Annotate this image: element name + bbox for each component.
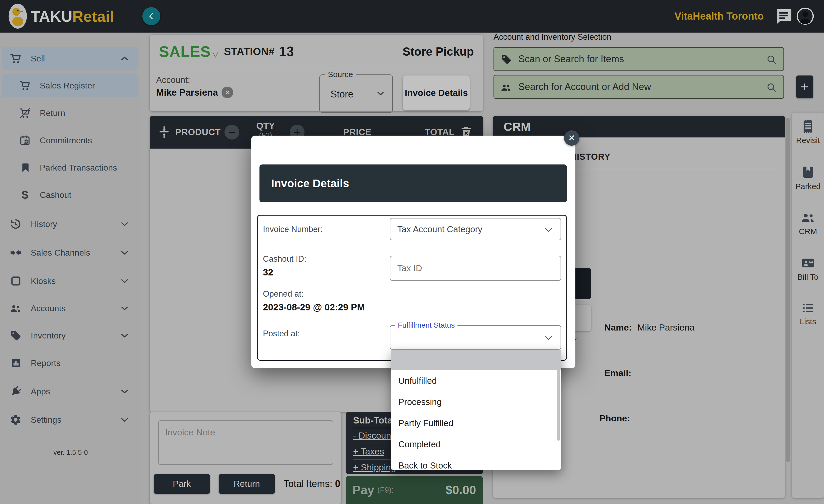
sidebar-item-apps[interactable]: Apps <box>0 380 141 403</box>
store-name: VitaHealth Toronto <box>675 0 763 32</box>
station-label: STATION# <box>224 46 275 57</box>
crm-email-label: Email: <box>604 368 631 378</box>
dialog-header: Invoice Details <box>260 164 567 202</box>
sidebar-item-return[interactable]: Return <box>0 102 141 125</box>
station-number: 13 <box>279 44 294 59</box>
sidebar-item-reports[interactable]: Reports <box>0 352 141 375</box>
source-select[interactable]: Source Store <box>319 75 393 113</box>
sidebar-item-sales-channels[interactable]: Sales Channels <box>0 241 141 264</box>
discount-link[interactable]: - Discount <box>353 430 394 441</box>
option-blank[interactable] <box>391 350 561 370</box>
posted-at-label: Posted at: <box>263 329 300 339</box>
chevron-down-icon <box>543 333 554 343</box>
sidebar-item-label: Settings <box>31 415 62 425</box>
sales-menu[interactable]: SALES ▽ <box>159 35 218 68</box>
tax-account-category-select[interactable]: Tax Account Category <box>390 218 561 240</box>
order-mode: Store Pickup <box>403 35 474 68</box>
sidebar-item-commitments[interactable]: Commitments <box>0 129 141 152</box>
sidebar-item-label: Reports <box>31 358 61 368</box>
toolbar-item-label: Bill To <box>798 272 818 281</box>
toolbar-item-label: Lists <box>800 317 816 326</box>
opened-at-label: Opened at: <box>263 289 303 299</box>
tag-icon <box>500 53 512 65</box>
dropdown-scrollbar[interactable] <box>557 353 560 441</box>
collapse-sidebar-button[interactable] <box>142 7 160 25</box>
sidebar-item-label: Kiosks <box>31 276 56 286</box>
dialog-close-button[interactable]: ✕ <box>564 130 579 146</box>
sidebar-item-sales-register[interactable]: Sales Register <box>0 74 141 97</box>
crm-scrollbar[interactable] <box>786 118 790 462</box>
taxes-link[interactable]: + Taxes <box>353 446 384 457</box>
invoice-note-textarea[interactable] <box>158 420 333 465</box>
qty-label: QTY <box>248 121 283 131</box>
chevron-down-icon <box>376 89 385 98</box>
sidebar-item-sell[interactable]: Sell <box>0 47 141 70</box>
dollar-icon: $ <box>22 188 28 202</box>
sidebar-item-accounts[interactable]: Accounts <box>0 297 141 320</box>
option-unfulfilled[interactable]: Unfulfilled <box>391 370 561 391</box>
sales-title: SALES <box>159 43 211 60</box>
qty-decrement-button[interactable]: − <box>224 125 239 140</box>
item-search-input[interactable] <box>518 48 752 71</box>
account-name: Mike Parsiena <box>156 87 218 98</box>
return-button[interactable]: Return <box>219 474 275 494</box>
option-processing[interactable]: Processing <box>391 391 561 413</box>
option-back-to-stock[interactable]: Back to Stock <box>391 455 561 470</box>
sidebar-item-parked-transactions[interactable]: Parked Transactions <box>0 156 141 179</box>
brand-retail: Retail <box>72 7 114 25</box>
total-items-value: 0 <box>335 478 340 489</box>
parked-icon <box>801 164 816 180</box>
account-label: Account: <box>156 75 190 85</box>
search-icon <box>766 82 777 93</box>
sidebar-item-label: Commitments <box>40 136 92 145</box>
add-account-button[interactable]: + <box>796 76 813 98</box>
pay-hotkey: (F9): <box>378 486 394 494</box>
fulfillment-status-label: Fulfillment Status <box>395 321 457 330</box>
toolbar-item-crm[interactable]: CRM <box>792 210 824 236</box>
station-info: STATION# 13 <box>224 35 294 68</box>
sidebar-item-kiosks[interactable]: Kiosks <box>0 269 141 293</box>
source-value: Store <box>330 89 353 100</box>
sidebar-item-label: Accounts <box>31 303 66 313</box>
toolbar-item-lists[interactable]: Lists <box>792 301 824 326</box>
shipping-link[interactable]: + Shipping <box>353 462 396 473</box>
remove-account-button[interactable]: ✕ <box>222 87 233 98</box>
calendar-refresh-icon <box>19 135 31 146</box>
pay-button[interactable]: Pay (F9): $0.00 <box>345 476 483 504</box>
account-search-input[interactable] <box>518 76 752 98</box>
option-completed[interactable]: Completed <box>391 434 561 455</box>
sidebar-item-label: Return <box>40 108 65 118</box>
chevron-down-icon <box>543 225 554 235</box>
bar-chart-icon <box>10 357 22 369</box>
option-partly-fulfilled[interactable]: Partly Fulfilled <box>391 413 561 434</box>
invoice-details-button[interactable]: Invoice Details <box>403 76 470 110</box>
sidebar-item-inventory[interactable]: Inventory <box>0 324 141 347</box>
account-chip: Mike Parsiena ✕ <box>156 87 233 98</box>
cashout-id-value: 32 <box>263 267 273 277</box>
tax-id-input[interactable] <box>390 256 560 280</box>
toolbar-item-bill-to[interactable]: Bill To <box>792 256 824 281</box>
top-bar: TAKURetail VitaHealth Toronto <box>0 0 824 32</box>
toolbar-item-revisit[interactable]: Revisit <box>792 118 824 145</box>
invoice-details-dialog: Invoice Details Invoice Number: Tax Acco… <box>251 136 576 368</box>
search-icon <box>766 54 777 65</box>
sidebar-item-cashout[interactable]: $ Cashout <box>0 183 141 207</box>
account-search-box <box>494 75 784 99</box>
column-product: PRODUCT <box>175 127 221 137</box>
toolbar-item-parked[interactable]: Parked <box>792 164 824 191</box>
brand-taku: TAKU <box>31 7 72 25</box>
chat-icon[interactable] <box>774 7 793 25</box>
app-version: ver. 1.5.5-0 <box>0 449 141 457</box>
avatar[interactable] <box>796 7 814 25</box>
sidebar-item-label: Apps <box>31 387 50 396</box>
fulfillment-status-select[interactable]: Fulfillment Status <box>390 325 561 350</box>
cart-icon <box>10 52 22 65</box>
gear-icon <box>10 414 22 426</box>
sidebar-item-settings[interactable]: Settings <box>0 408 141 431</box>
chevron-down-icon <box>120 415 129 424</box>
park-button[interactable]: Park <box>154 474 210 494</box>
sidebar-item-history[interactable]: History <box>0 213 141 236</box>
divider <box>794 371 822 371</box>
sort-items-icon[interactable] <box>157 125 171 139</box>
toolbar-item-label: Revisit <box>796 136 820 145</box>
